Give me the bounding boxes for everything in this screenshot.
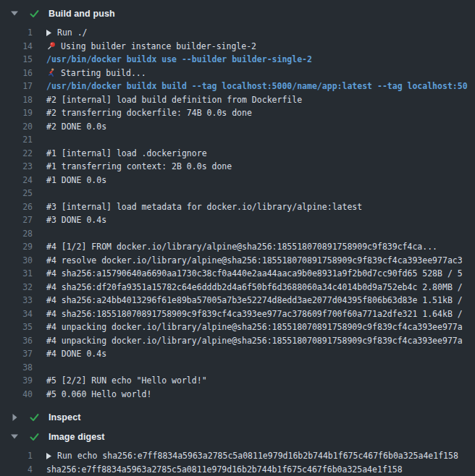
log-command-line: /usr/bin/docker buildx use --builder bui…	[46, 54, 312, 64]
line-number[interactable]: 31	[0, 268, 33, 279]
log-text-line: sha256:e7ff8834a5963a2785c5a0811e979d16b…	[46, 464, 403, 475]
log-line: 40#5 0.060 Hello world!	[0, 388, 475, 401]
log-line: 23#1 transferring context: 2B 0.0s done	[0, 160, 475, 174]
log-text: #1 transferring context: 2B 0.0s done	[46, 161, 232, 171]
line-number[interactable]: 21	[0, 135, 33, 145]
log-line: 38	[0, 361, 475, 375]
section-header-build-and-push[interactable]: Build and push	[0, 4, 475, 23]
log-viewer: Build and push1Run ./14Using builder ins…	[0, 0, 475, 476]
log-text: #4 sha256:a15790640a6690aa1730c38cf0a440…	[46, 268, 463, 279]
log-text: #1 [internal] load .dockerignore	[46, 148, 207, 158]
log-text: #4 sha256:df20fa9351a15782c64e6dddb2d4a6…	[46, 282, 463, 292]
log-line: 18#2 [internal] load build definition fr…	[0, 93, 475, 107]
line-number[interactable]: 30	[0, 255, 33, 265]
check-icon	[28, 9, 40, 19]
line-number[interactable]: 36	[0, 336, 33, 346]
log-text: #1 DONE 0.0s	[46, 175, 106, 185]
log-text-line: #3 [internal] load metadata for docker.i…	[46, 202, 362, 212]
section-header-inspect[interactable]: Inspect	[0, 407, 475, 427]
log-text-line: #2 [internal] load build definition from…	[46, 95, 302, 105]
log-text-line: #1 DONE 0.0s	[46, 175, 106, 185]
log-text: #5 [2/2] RUN echo "Hello world!"	[46, 375, 207, 386]
caret-right-icon	[10, 414, 19, 421]
line-number[interactable]: 14	[0, 41, 33, 51]
line-number[interactable]: 19	[0, 108, 33, 118]
section-inspect: Inspect	[0, 407, 475, 427]
line-number[interactable]: 35	[0, 322, 33, 332]
line-number[interactable]: 23	[0, 161, 33, 171]
line-number[interactable]: 15	[0, 54, 33, 64]
expand-arrow-icon[interactable]	[46, 453, 51, 459]
log-text-line: #4 unpacking docker.io/library/alpine@sh…	[46, 336, 463, 346]
log-text-line: #2 transferring dockerfile: 74B 0.0s don…	[46, 108, 252, 118]
line-number[interactable]: 33	[0, 295, 33, 305]
line-number[interactable]: 22	[0, 148, 33, 158]
log-line: 32#4 sha256:df20fa9351a15782c64e6dddb2d4…	[0, 281, 475, 294]
log-line: 37#4 DONE 0.4s	[0, 347, 475, 361]
line-number[interactable]: 25	[0, 188, 33, 198]
line-number[interactable]: 24	[0, 175, 33, 185]
log-text: #4 unpacking docker.io/library/alpine@sh…	[46, 336, 463, 346]
log-text: #5 0.060 Hello world!	[46, 389, 151, 399]
line-number[interactable]: 28	[0, 229, 33, 239]
section-build-and-push: Build and push1Run ./14Using builder ins…	[0, 4, 475, 401]
section-body-image-digest: 1Run echo sha256:e7ff8834a5963a2785c5a08…	[0, 449, 475, 476]
log-text: Using builder instance builder-single-2	[61, 41, 256, 51]
log-line: 35#4 unpacking docker.io/library/alpine@…	[0, 320, 475, 334]
line-number[interactable]: 37	[0, 349, 33, 359]
log-text-line: #4 [1/2] FROM docker.io/library/alpine@s…	[46, 242, 437, 252]
section-body-build-and-push: 1Run ./14Using builder instance builder-…	[0, 26, 475, 401]
log-text-line: #3 DONE 0.4s	[46, 215, 106, 225]
log-text: #4 unpacking docker.io/library/alpine@sh…	[46, 322, 463, 332]
log-command-line: /usr/bin/docker buildx build --tag local…	[46, 81, 468, 91]
line-number[interactable]: 20	[0, 122, 33, 132]
log-line: 34#4 sha256:185518070891758909c9f839cf4c…	[0, 307, 475, 321]
log-text: Starting build...	[61, 68, 146, 78]
section-title: Build and push	[49, 9, 115, 19]
line-number[interactable]: 32	[0, 282, 33, 292]
line-number[interactable]: 17	[0, 81, 33, 91]
expand-arrow-icon[interactable]	[46, 30, 51, 36]
check-icon	[28, 432, 40, 442]
log-line: 21	[0, 133, 475, 147]
log-line: 26#3 [internal] load metadata for docker…	[0, 200, 475, 214]
log-text-line: #4 sha256:a24bb4013296f61e89ba57005a7b3e…	[46, 295, 463, 305]
log-line: 33#4 sha256:a24bb4013296f61e89ba57005a7b…	[0, 294, 475, 307]
line-number[interactable]: 26	[0, 202, 33, 212]
log-text-line: Run ./	[46, 27, 88, 38]
log-line: 4sha256:e7ff8834a5963a2785c5a0811e979d16…	[0, 463, 475, 476]
log-text: #4 resolve docker.io/library/alpine@sha2…	[46, 255, 463, 265]
line-number[interactable]: 1	[0, 451, 33, 461]
log-line: 14Using builder instance builder-single-…	[0, 40, 475, 54]
log-line: 17/usr/bin/docker buildx build --tag loc…	[0, 80, 475, 93]
line-number[interactable]: 4	[0, 464, 33, 475]
line-number[interactable]: 34	[0, 309, 33, 319]
log-text-line: #4 DONE 0.4s	[46, 349, 106, 359]
log-text: #4 sha256:a24bb4013296f61e89ba57005a7b3e…	[46, 295, 463, 305]
line-number[interactable]: 29	[0, 242, 33, 252]
line-number[interactable]: 40	[0, 389, 33, 399]
log-text: #4 DONE 0.4s	[46, 349, 106, 359]
log-line: 15/usr/bin/docker buildx use --builder b…	[0, 53, 475, 67]
section-header-image-digest[interactable]: Image digest	[0, 427, 475, 446]
log-text: Run echo sha256:e7ff8834a5963a2785c5a081…	[57, 451, 458, 461]
section-title: Inspect	[49, 412, 80, 422]
line-number[interactable]: 39	[0, 375, 33, 386]
log-text: #4 sha256:185518070891758909c9f839cf4ca3…	[46, 309, 463, 319]
caret-down-icon	[10, 434, 19, 439]
log-line: 20#2 DONE 0.0s	[0, 120, 475, 134]
line-number[interactable]: 16	[0, 68, 33, 78]
log-line: 36#4 unpacking docker.io/library/alpine@…	[0, 334, 475, 348]
log-text-line: Starting build...	[46, 68, 146, 78]
log-text: #3 DONE 0.4s	[46, 215, 106, 225]
line-number[interactable]: 1	[0, 27, 33, 38]
line-number[interactable]: 18	[0, 95, 33, 105]
log-text-line: #5 0.060 Hello world!	[46, 389, 151, 399]
line-number[interactable]: 38	[0, 362, 33, 373]
line-number[interactable]: 27	[0, 215, 33, 225]
log-text-line: #5 [2/2] RUN echo "Hello world!"	[46, 375, 207, 386]
log-line: 1Run ./	[0, 26, 475, 40]
log-line: 30#4 resolve docker.io/library/alpine@sh…	[0, 254, 475, 268]
log-line: 31#4 sha256:a15790640a6690aa1730c38cf0a4…	[0, 267, 475, 281]
log-text-line: #4 unpacking docker.io/library/alpine@sh…	[46, 322, 463, 332]
